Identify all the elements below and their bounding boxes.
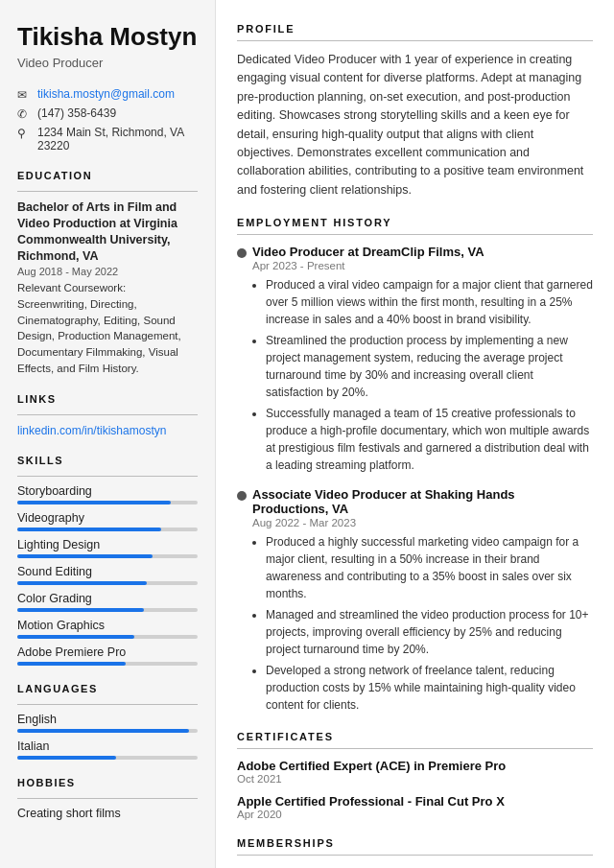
skill-bar-bg	[17, 635, 198, 639]
phone-icon: ✆	[17, 107, 31, 121]
email-icon: ✉	[17, 88, 31, 102]
hobby-item: Creating short films	[17, 807, 198, 820]
job-entry: Video Producer at DreamClip Films, VA Ap…	[237, 245, 593, 474]
languages-list: English Italian	[17, 713, 198, 760]
cert-date: Apr 2020	[237, 809, 593, 820]
skills-list: Storyboarding Videography Lighting Desig…	[17, 484, 198, 666]
skill-label: Adobe Premiere Pro	[17, 645, 198, 659]
jobs-list: Video Producer at DreamClip Films, VA Ap…	[237, 245, 593, 714]
skill-item: Sound Editing	[17, 565, 198, 585]
job-bullet: Successfully managed a team of 15 creati…	[266, 405, 593, 474]
contact-phone: ✆ (147) 358-6439	[17, 106, 198, 121]
contact-email: ✉ tikisha.mostyn@gmail.com	[17, 87, 198, 102]
profile-section: PROFILE Dedicated Video Producer with 1 …	[237, 23, 593, 199]
memberships-section-title: MEMBERSHIPS	[237, 837, 593, 849]
skills-section: SKILLS Storyboarding Videography Lightin…	[17, 455, 198, 666]
skill-item: Storyboarding	[17, 484, 198, 504]
certificates-section-title: CERTIFICATES	[237, 731, 593, 742]
main-content: PROFILE Dedicated Video Producer with 1 …	[216, 0, 614, 868]
certificate-item: Adobe Certified Expert (ACE) in Premiere…	[237, 759, 593, 785]
education-degree: Bachelor of Arts in Film and Video Produ…	[17, 199, 198, 265]
candidate-title: Video Producer	[17, 56, 198, 70]
skill-label: Color Grading	[17, 592, 198, 605]
skill-bar-bg	[17, 528, 198, 531]
candidate-name: Tikisha Mostyn	[17, 23, 198, 52]
job-bullet: Streamlined the production process by im…	[266, 332, 593, 401]
skill-item: Motion Graphics	[17, 619, 198, 639]
links-section: LINKS linkedin.com/in/tikishamostyn	[17, 393, 198, 437]
skill-label: Storyboarding	[17, 484, 198, 498]
employment-section: EMPLOYMENT HISTORY Video Producer at Dre…	[237, 217, 593, 714]
certificates-section: CERTIFICATES Adobe Certified Expert (ACE…	[237, 731, 593, 820]
languages-section: LANGUAGES English Italian	[17, 683, 198, 760]
skill-item: Adobe Premiere Pro	[17, 645, 198, 666]
skill-label: Motion Graphics	[17, 619, 198, 632]
skill-bar-bg	[17, 662, 198, 666]
hobbies-section: HOBBIES Creating short films	[17, 777, 198, 820]
contact-address: ⚲ 1234 Main St, Richmond, VA 23220	[17, 126, 198, 152]
linkedin-link[interactable]: linkedin.com/in/tikishamostyn	[17, 423, 198, 437]
lang-bar-fill	[17, 729, 189, 733]
skills-section-title: SKILLS	[17, 455, 198, 466]
education-dates: Aug 2018 - May 2022	[17, 266, 198, 277]
skill-bar-fill	[17, 608, 144, 612]
skill-item: Videography	[17, 511, 198, 531]
skill-bar-bg	[17, 501, 198, 504]
hobbies-section-title: HOBBIES	[17, 777, 198, 788]
skill-bar-bg	[17, 608, 198, 612]
job-bullet: Developed a strong network of freelance …	[266, 662, 593, 714]
skill-bar-fill	[17, 501, 171, 504]
location-icon: ⚲	[17, 127, 31, 140]
memberships-section: MEMBERSHIPS International Animated Film …	[237, 837, 593, 868]
skill-item: Color Grading	[17, 592, 198, 612]
job-dot	[237, 248, 247, 258]
job-dates: Aug 2022 - Mar 2023	[252, 517, 593, 528]
language-label: English	[17, 713, 198, 726]
job-title: Video Producer at DreamClip Films, VA	[252, 245, 593, 259]
skill-bar-bg	[17, 581, 198, 585]
skill-bar-fill	[17, 581, 147, 585]
cert-name: Apple Certified Professional - Final Cut…	[237, 794, 593, 809]
skill-item: Lighting Design	[17, 538, 198, 558]
cert-date: Oct 2021	[237, 773, 593, 785]
job-bullet: Managed and streamlined the video produc…	[266, 606, 593, 658]
skill-bar-fill	[17, 635, 134, 639]
links-section-title: LINKS	[17, 393, 198, 405]
skill-label: Lighting Design	[17, 538, 198, 551]
lang-bar-bg	[17, 729, 198, 733]
job-dates: Apr 2023 - Present	[252, 260, 593, 271]
contact-block: ✉ tikisha.mostyn@gmail.com ✆ (147) 358-6…	[17, 87, 198, 152]
education-section-title: EDUCATION	[17, 170, 198, 181]
languages-section-title: LANGUAGES	[17, 683, 198, 694]
profile-section-title: PROFILE	[237, 23, 593, 35]
job-bullet: Produced a highly successful marketing v…	[266, 533, 593, 602]
job-bullets: Produced a viral video campaign for a ma…	[252, 276, 593, 474]
skill-bar-fill	[17, 662, 126, 666]
education-coursework: Relevant Coursework: Screenwriting, Dire…	[17, 280, 198, 376]
hobbies-list: Creating short films	[17, 807, 198, 820]
language-item: English	[17, 713, 198, 733]
skill-bar-bg	[17, 554, 198, 558]
job-bullets: Produced a highly successful marketing v…	[252, 533, 593, 714]
skill-bar-fill	[17, 528, 161, 531]
job-bullet: Produced a viral video campaign for a ma…	[266, 276, 593, 328]
certificate-item: Apple Certified Professional - Final Cut…	[237, 794, 593, 820]
cert-name: Adobe Certified Expert (ACE) in Premiere…	[237, 759, 593, 773]
certificates-list: Adobe Certified Expert (ACE) in Premiere…	[237, 759, 593, 820]
job-entry: Associate Video Producer at Shaking Hand…	[237, 487, 593, 714]
skill-label: Sound Editing	[17, 565, 198, 578]
language-item: Italian	[17, 739, 198, 760]
skill-label: Videography	[17, 511, 198, 525]
lang-bar-fill	[17, 756, 116, 760]
job-title: Associate Video Producer at Shaking Hand…	[252, 487, 593, 516]
profile-text: Dedicated Video Producer with 1 year of …	[237, 51, 593, 199]
employment-section-title: EMPLOYMENT HISTORY	[237, 217, 593, 228]
education-section: EDUCATION Bachelor of Arts in Film and V…	[17, 170, 198, 377]
language-label: Italian	[17, 739, 198, 753]
lang-bar-bg	[17, 756, 198, 760]
job-dot	[237, 491, 247, 501]
skill-bar-fill	[17, 554, 153, 558]
